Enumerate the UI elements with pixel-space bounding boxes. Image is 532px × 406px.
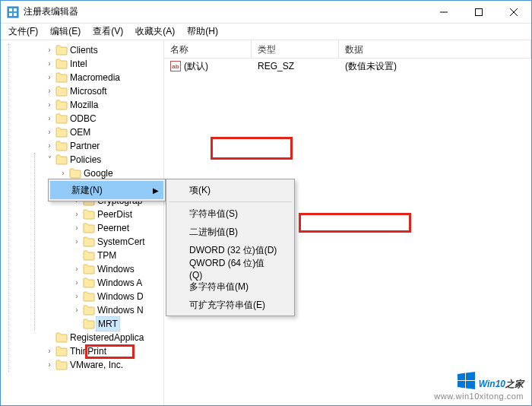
folder-icon	[55, 346, 68, 357]
tree-item[interactable]: ›Windows N	[45, 303, 163, 317]
menu-file[interactable]: 文件(F)	[4, 24, 43, 40]
tree-item-label: Windows N	[97, 303, 144, 317]
tree-item[interactable]: ›Clients	[45, 43, 163, 57]
tree-item-label: Microsoft	[70, 84, 107, 98]
minimize-button[interactable]	[426, 1, 461, 24]
ctx-binary-label: 二进制值(B)	[189, 226, 238, 239]
folder-icon	[69, 168, 81, 179]
expand-toggle-icon[interactable]: ›	[72, 278, 81, 287]
col-data[interactable]: 数据	[339, 40, 531, 58]
expand-toggle-icon[interactable]: ›	[72, 237, 81, 246]
expand-toggle-icon[interactable]: ›	[45, 128, 54, 137]
titlebar: 注册表编辑器	[1, 1, 531, 24]
tree-item[interactable]: ›Peernet	[45, 221, 163, 235]
value-name: ab (默认)	[164, 59, 252, 75]
tree-item[interactable]: ›ThinPrint	[45, 344, 163, 358]
tree-item[interactable]: ›Intel	[45, 57, 163, 71]
ctx-multi[interactable]: 多字符串值(M)	[168, 278, 293, 296]
tree-item[interactable]: ˅Policies	[45, 153, 163, 167]
tree-pane[interactable]: ›Clients›Intel›Macromedia›Microsoft›Mozi…	[1, 40, 164, 405]
watermark-brand: Win10之家	[479, 370, 524, 392]
menu-help[interactable]: 帮助(H)	[182, 24, 223, 40]
expand-toggle-icon[interactable]: ›	[45, 46, 54, 55]
expand-toggle-icon[interactable]: ›	[45, 360, 54, 370]
tree-item[interactable]: ›Macromedia	[45, 71, 163, 84]
ctx-key-label: 项(K)	[189, 184, 211, 197]
menu-favorites[interactable]: 收藏夹(A)	[131, 24, 179, 40]
col-name[interactable]: 名称	[164, 40, 252, 58]
tree-item-label: SystemCert	[97, 235, 145, 249]
tree-item[interactable]: ›ODBC	[45, 112, 163, 125]
watermark-brand-text: Win10	[479, 379, 505, 389]
expand-toggle-icon[interactable]: ›	[45, 347, 54, 356]
expand-toggle-icon[interactable]: ›	[45, 114, 54, 123]
value-data: (数值未设置)	[339, 59, 531, 75]
folder-icon	[83, 236, 95, 247]
tree-item-label: Partner	[70, 139, 100, 153]
tree-item[interactable]: ›Windows A	[45, 276, 163, 290]
ctx-qword[interactable]: QWORD (64 位)值(Q)	[168, 259, 293, 278]
ctx-qword-label: QWORD (64 位)值(Q)	[189, 257, 277, 281]
tree-item[interactable]: RegisteredApplica	[45, 331, 163, 344]
svg-marker-10	[466, 372, 475, 380]
content: ›Clients›Intel›Macromedia›Microsoft›Mozi…	[1, 40, 531, 405]
expand-toggle-icon[interactable]: ›	[72, 224, 81, 233]
value-name-label: (默认)	[184, 60, 208, 73]
folder-icon	[55, 141, 68, 151]
context-submenu-new: 项(K) 字符串值(S) 二进制值(B) DWORD (32 位)值(D) QW…	[166, 179, 295, 316]
expand-toggle-icon[interactable]: ›	[72, 292, 81, 301]
menu-view[interactable]: 查看(V)	[88, 24, 128, 40]
tree-item[interactable]: MRT	[45, 317, 163, 331]
svg-rect-1	[9, 8, 12, 11]
expand-toggle-icon[interactable]: ›	[45, 59, 54, 68]
submenu-arrow-icon: ▶	[153, 186, 159, 195]
tree-item[interactable]: ›Windows D	[45, 290, 163, 303]
tree-item[interactable]: ›OEM	[45, 125, 163, 139]
expand-toggle-icon[interactable]: ›	[59, 169, 68, 178]
expand-toggle-icon[interactable]: ›	[45, 100, 54, 109]
folder-icon	[83, 223, 95, 233]
value-type: REG_SZ	[252, 59, 339, 73]
tree-item[interactable]: ›Partner	[45, 139, 163, 153]
window-title: 注册表编辑器	[24, 5, 426, 18]
ctx-string-label: 字符串值(S)	[189, 208, 238, 220]
tree-item[interactable]: ›VMware, Inc.	[45, 358, 163, 372]
close-button[interactable]	[496, 1, 531, 24]
menu-edit[interactable]: 编辑(E)	[46, 24, 85, 40]
tree-item[interactable]: ›SystemCert	[45, 235, 163, 249]
folder-icon	[55, 72, 68, 83]
expand-toggle-icon[interactable]: ›	[45, 141, 54, 151]
svg-rect-2	[14, 8, 17, 11]
tree-item[interactable]: TPM	[45, 249, 163, 262]
expand-toggle-icon[interactable]: ›	[72, 306, 81, 315]
separator	[169, 201, 292, 202]
folder-icon	[55, 332, 68, 343]
watermark-url: www.win10xitong.com	[434, 392, 524, 401]
ctx-binary[interactable]: 二进制值(B)	[168, 223, 293, 241]
ctx-string[interactable]: 字符串值(S)	[168, 205, 293, 223]
value-row[interactable]: ab (默认) REG_SZ (数值未设置)	[164, 59, 531, 74]
tree-item[interactable]: ›Mozilla	[45, 98, 163, 112]
svg-marker-9	[458, 373, 465, 380]
expand-toggle-icon[interactable]: ›	[72, 265, 81, 274]
tree-item[interactable]: ›PeerDist	[45, 208, 163, 221]
tree-item-label: Intel	[70, 57, 87, 71]
tree-item-label: Peernet	[97, 221, 129, 235]
expand-toggle-icon[interactable]: ›	[45, 87, 54, 96]
expand-toggle-icon[interactable]: ˅	[45, 155, 54, 164]
col-type[interactable]: 类型	[252, 40, 339, 58]
ctx-new-label: 新建(N)	[71, 184, 103, 197]
expand-toggle-icon[interactable]: ›	[45, 73, 54, 82]
tree-item-label: Macromedia	[70, 71, 120, 84]
expand-toggle-icon[interactable]: ›	[72, 210, 81, 219]
string-value-icon: ab	[170, 61, 181, 71]
windows-logo-icon	[456, 371, 476, 391]
ctx-key[interactable]: 项(K)	[168, 181, 293, 199]
ctx-expand[interactable]: 可扩充字符串值(E)	[168, 296, 293, 314]
tree-item[interactable]: ›Windows	[45, 262, 163, 276]
folder-icon	[55, 45, 68, 56]
registry-editor-window: 注册表编辑器 文件(F) 编辑(E) 查看(V) 收藏夹(A) 帮助(H) ›C…	[0, 0, 532, 406]
maximize-button[interactable]	[461, 1, 496, 24]
tree-item[interactable]: ›Microsoft	[45, 84, 163, 98]
ctx-new[interactable]: 新建(N) ▶	[50, 181, 163, 199]
